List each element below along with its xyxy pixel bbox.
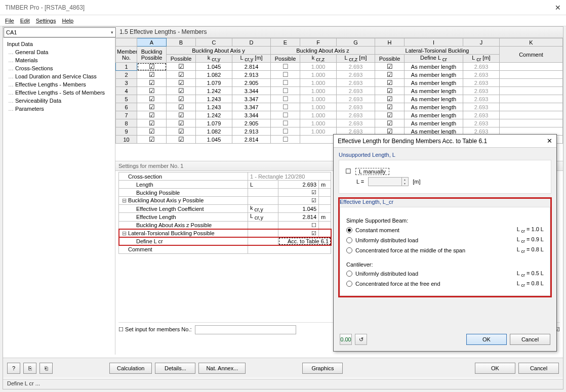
cell-lcry[interactable]: 3.347 [232,103,271,111]
settings-grid[interactable]: Cross-section1 - Rectangle 120/280Length… [118,172,331,253]
radio-option[interactable]: Uniformly distributed load [346,237,418,243]
cell-lcr[interactable]: 2.693 [463,63,500,71]
row-header[interactable]: 5 [116,95,137,103]
cell-comment[interactable] [500,71,563,79]
cell-lcr[interactable]: 2.693 [463,71,500,79]
cell-comment[interactable] [500,87,563,95]
cell-possible-z[interactable] [271,119,300,127]
settings-value[interactable]: ☑ [278,197,319,205]
cell-buckling-possible[interactable] [137,79,167,87]
cell-comment[interactable] [500,79,563,87]
case-dropdown[interactable]: CA1 ▾ [4,27,116,37]
cell-lcry[interactable]: 2.913 [232,127,271,136]
cell-buckling-possible[interactable] [137,136,167,144]
cell-buckling-possible[interactable] [137,71,167,79]
cell-possible-y[interactable] [167,103,196,111]
cell-possible-z[interactable] [271,127,300,136]
cell-possible-lt[interactable] [375,63,405,71]
cell-lcrz[interactable]: 2.693 [337,103,375,111]
cell-lcr[interactable]: 2.693 [463,87,500,95]
settings-value[interactable]: 1 - Rectangle 120/280 [248,172,331,181]
cell-possible-y[interactable] [167,71,196,79]
cell-kcrz[interactable] [300,136,337,144]
cell-possible-lt[interactable] [375,103,405,111]
cell-kcrz[interactable]: 1.000 [300,95,337,103]
cell-buckling-possible[interactable] [137,103,167,111]
cell-buckling-possible[interactable] [137,111,167,119]
row-header[interactable]: 8 [116,119,137,127]
cell-buckling-possible[interactable] [137,87,167,95]
cell-comment[interactable] [500,103,563,111]
cell-kcry[interactable]: 1.079 [196,79,232,87]
cell-kcry[interactable]: 1.243 [196,95,232,103]
cell-kcrz[interactable]: 1.000 [300,79,337,87]
cell-lcrz[interactable]: 2.693 [337,95,375,103]
cell-kcry[interactable]: 1.243 [196,103,232,111]
cell-comment[interactable] [500,111,563,119]
cell-lcry[interactable]: 3.344 [232,111,271,119]
cell-lcrz[interactable]: 2.693 [337,111,375,119]
l-value-input[interactable]: ▴▾ [368,177,409,186]
cancel-button[interactable]: Cancel [518,363,559,374]
dialog-units-icon[interactable]: 0.00 [340,334,352,345]
cell-possible-lt[interactable] [375,119,405,127]
row-header[interactable]: 4 [116,87,137,95]
radio-option[interactable]: Constant moment [346,227,399,233]
cell-possible-lt[interactable] [375,95,405,103]
cell-define-lcr[interactable]: As member length [405,87,463,95]
cell-lcr[interactable]: 2.693 [463,103,500,111]
cell-kcry[interactable]: 1.242 [196,87,232,95]
l-manually-checkbox[interactable] [345,167,351,175]
cell-lcry[interactable]: 2.905 [232,119,271,127]
cell-kcry[interactable]: 1.082 [196,127,232,136]
row-header[interactable]: 7 [116,111,137,119]
cell-lcry[interactable]: 2.913 [232,71,271,79]
spin-up-icon[interactable]: ▴ [401,178,408,182]
dialog-reset-icon[interactable]: ↺ [355,334,367,345]
cell-define-lcr[interactable]: As member length [405,71,463,79]
menu-settings[interactable]: Settings [36,18,56,24]
cell-define-lcr[interactable]: As member length [405,63,463,71]
import-icon[interactable]: ⎗ [39,363,53,374]
row-header[interactable]: 9 [116,127,137,136]
cell-kcry[interactable]: 1.079 [196,119,232,127]
cell-possible-z[interactable] [271,103,300,111]
dialog-ok-button[interactable]: OK [466,334,507,345]
cell-lcr[interactable]: 2.693 [463,95,500,103]
cell-lcry[interactable]: 2.905 [232,79,271,87]
settings-value[interactable]: 1.045 [278,205,319,213]
cell-possible-z[interactable] [271,63,300,71]
cell-possible-y[interactable] [167,87,196,95]
cell-possible-lt[interactable] [375,71,405,79]
members-grid[interactable]: ABCDEFGHIJKMemberNo.BucklingPossibleBuck… [115,38,563,144]
cell-buckling-possible[interactable] [137,63,167,71]
tree-eff-lengths-sets[interactable]: Effective Lengths - Sets of Members [6,89,112,97]
menu-help[interactable]: Help [62,18,73,24]
close-icon[interactable]: ✕ [555,4,561,12]
details-button[interactable]: Details... [155,363,195,374]
cell-possible-lt[interactable] [375,87,405,95]
settings-value[interactable]: ☑ [278,229,319,237]
cell-buckling-possible[interactable] [137,127,167,136]
row-header[interactable]: 6 [116,103,137,111]
cell-kcry[interactable]: 1.242 [196,111,232,119]
cell-lcrz[interactable]: 2.693 [337,71,375,79]
cell-kcry[interactable]: 1.082 [196,71,232,79]
cell-define-lcr[interactable]: As member length [405,95,463,103]
tree-cross-sections[interactable]: Cross-Sections [6,64,112,72]
row-header[interactable]: 3 [116,79,137,87]
tree-parameters[interactable]: Parameters [6,105,112,113]
cell-kcrz[interactable]: 1.000 [300,127,337,136]
cell-kcrz[interactable]: 1.000 [300,71,337,79]
cell-kcry[interactable]: 1.045 [196,136,232,144]
cell-possible-y[interactable] [167,127,196,136]
tree-root[interactable]: Input Data [6,40,112,48]
settings-value[interactable] [248,245,331,253]
settings-value[interactable]: 2.693 [278,181,319,189]
cell-define-lcr[interactable]: As member length [405,119,463,127]
cell-lcry[interactable]: 2.814 [232,136,271,144]
spin-down-icon[interactable]: ▾ [401,182,408,186]
nat-annex-button[interactable]: Nat. Annex... [198,363,246,374]
cell-possible-lt[interactable] [375,111,405,119]
cell-lcry[interactable]: 3.347 [232,95,271,103]
